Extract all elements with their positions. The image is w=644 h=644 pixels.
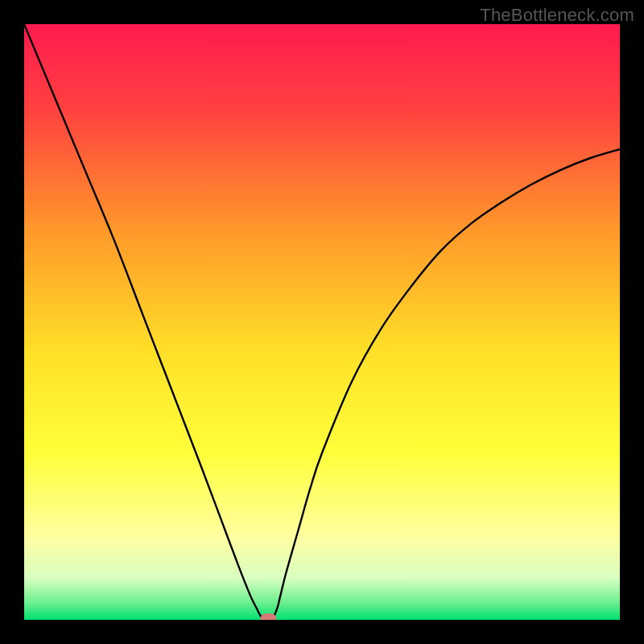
watermark-text: TheBottleneck.com — [480, 5, 634, 26]
chart-frame: TheBottleneck.com — [0, 0, 644, 644]
plot-area — [24, 24, 620, 620]
gradient-background — [24, 24, 620, 620]
chart-svg — [24, 24, 620, 620]
